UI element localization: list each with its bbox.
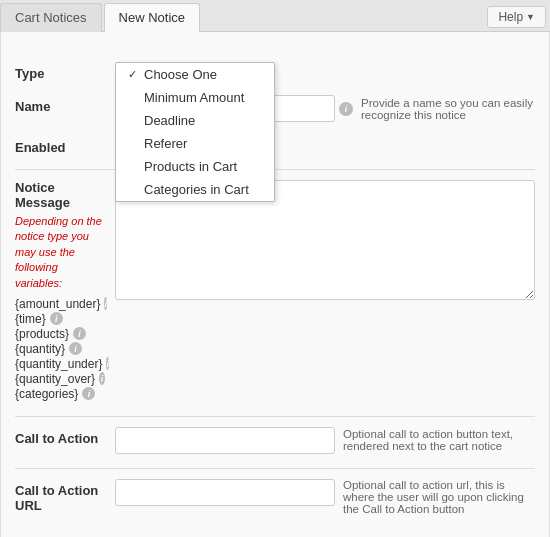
variable-products: {products} i [15, 327, 105, 341]
cta-input-row: Optional call to action button text, ren… [115, 427, 535, 454]
variable-quantity: {quantity} i [15, 342, 105, 356]
variable-quantity-under: {quantity_under} i [15, 357, 105, 371]
cta-label: Call to Action [15, 427, 115, 446]
dropdown-item-categories-in-cart[interactable]: Categories in Cart [116, 178, 274, 201]
dropdown-item-deadline[interactable]: Deadline [116, 109, 274, 132]
type-label: Type [15, 62, 115, 81]
tab-cart-notices[interactable]: Cart Notices [0, 3, 102, 32]
dropdown-item-referer[interactable]: Referer [116, 132, 274, 155]
section-divider-1 [15, 169, 535, 170]
variable-quantity-over: {quantity_over} i [15, 372, 105, 386]
dropdown-item-products-in-cart[interactable]: Products in Cart [116, 155, 274, 178]
notice-message-desc: Depending on the notice type you may use… [15, 214, 105, 291]
variable-info-icon-0[interactable]: i [104, 297, 107, 310]
enabled-label: Enabled [15, 136, 115, 155]
variable-info-icon-6[interactable]: i [82, 387, 95, 400]
dropdown-item-minimum-amount[interactable]: Minimum Amount [116, 86, 274, 109]
cta-url-hint: Optional call to action url, this is whe… [343, 479, 535, 515]
cta-field: Optional call to action button text, ren… [115, 427, 535, 454]
cta-hint: Optional call to action button text, ren… [343, 428, 535, 452]
type-dropdown-menu[interactable]: ✓ Choose One Minimum Amount Deadline [115, 62, 275, 202]
cta-row: Call to Action Optional call to action b… [15, 427, 535, 454]
variable-info-icon-2[interactable]: i [73, 327, 86, 340]
enabled-row: Enabled [15, 136, 535, 155]
variable-info-icon-1[interactable]: i [50, 312, 63, 325]
section-divider-2 [15, 416, 535, 417]
tabs-bar: Cart Notices New Notice Help ▼ [0, 0, 550, 32]
name-hint: Provide a name so you can easily recogni… [361, 97, 535, 121]
help-button[interactable]: Help ▼ [487, 6, 546, 28]
section-divider-3 [15, 468, 535, 469]
cta-url-input[interactable] [115, 479, 335, 506]
cta-input[interactable] [115, 427, 335, 454]
dropdown-item-choose-one[interactable]: ✓ Choose One [116, 63, 274, 86]
chevron-down-icon: ▼ [526, 12, 535, 22]
submit-row: Create Cart Notice [115, 529, 535, 537]
main-content: Type ✓ Choose One Minimum Amount [0, 32, 550, 537]
variable-info-icon-4[interactable]: i [106, 357, 109, 370]
variable-info-icon-5[interactable]: i [99, 372, 105, 385]
variable-time: {time} i [15, 312, 105, 326]
cta-url-field: Optional call to action url, this is whe… [115, 479, 535, 515]
notice-message-label-block: Notice Message Depending on the notice t… [15, 180, 115, 402]
check-icon: ✓ [128, 68, 140, 81]
notice-message-row: Notice Message Depending on the notice t… [15, 180, 535, 402]
page-wrapper: Cart Notices New Notice Help ▼ Type ✓ Ch… [0, 0, 550, 537]
type-row: Type ✓ Choose One Minimum Amount [15, 62, 535, 81]
variable-info-icon-3[interactable]: i [69, 342, 82, 355]
cta-url-input-row: Optional call to action url, this is whe… [115, 479, 535, 515]
name-info-icon[interactable]: i [339, 102, 353, 116]
name-row: Name i Provide a name so you can easily … [15, 95, 535, 122]
tab-new-notice[interactable]: New Notice [104, 3, 200, 32]
name-label: Name [15, 95, 115, 114]
variable-categories: {categories} i [15, 387, 105, 401]
cta-url-row: Call to Action URL Optional call to acti… [15, 479, 535, 515]
notice-message-title: Notice Message [15, 180, 105, 210]
cta-url-label: Call to Action URL [15, 479, 115, 513]
variable-amount-under: {amount_under} i [15, 297, 105, 311]
